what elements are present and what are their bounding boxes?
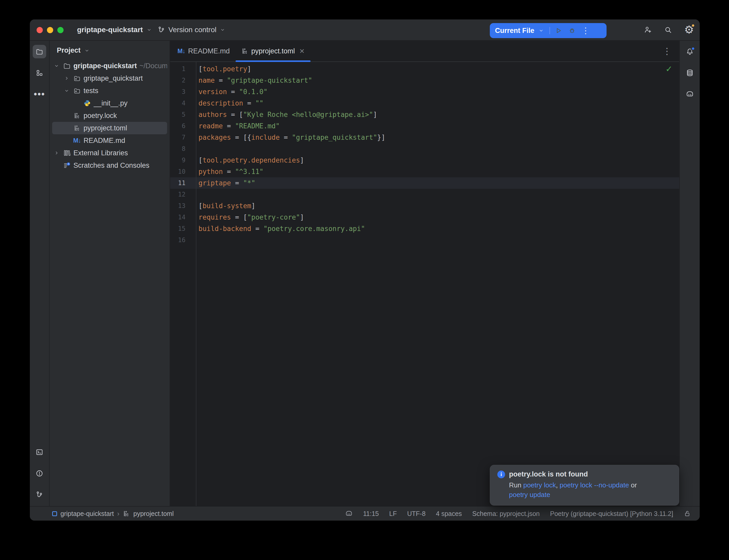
structure-tool-button[interactable]	[33, 66, 46, 80]
tree-item-scratches-and-consoles[interactable]: Scratches and Consoles	[52, 159, 167, 172]
code-line-9[interactable]: 9[tool.poetry.dependencies]	[170, 155, 679, 166]
tree-item-path: ~/Docume	[140, 62, 167, 70]
tab-options-button[interactable]: ⋮	[663, 46, 671, 56]
code-line-15[interactable]: 15build-backend = "poetry.core.masonry.a…	[170, 223, 679, 234]
code-line-6[interactable]: 6readme = "README.md"	[170, 120, 679, 132]
breadcrumb-item[interactable]: griptape-quickstart	[60, 510, 114, 517]
project-tool-button[interactable]	[33, 45, 46, 58]
code-token: "griptape-quickstart"	[227, 76, 312, 84]
tree-item-tests[interactable]: tests	[52, 85, 167, 97]
tree-item-external-libraries[interactable]: External Libraries	[52, 147, 167, 159]
tree-item-label: griptape-quickstart	[73, 62, 137, 70]
divider	[550, 27, 550, 34]
settings-button[interactable]: ⚙	[684, 24, 694, 35]
code-line-text: [build-system]	[196, 200, 255, 212]
database-tool-button[interactable]	[683, 66, 697, 80]
vcs-widget[interactable]: Version control	[157, 19, 226, 40]
md-icon: M↓	[177, 47, 185, 55]
code-token: ]	[300, 156, 304, 164]
code-token: =	[231, 179, 243, 187]
breadcrumb-item[interactable]: pyproject.toml	[133, 510, 174, 517]
inspections-ok-icon[interactable]: ✓	[665, 64, 672, 74]
tree-item-griptape-quickstart[interactable]: griptape-quickstart~/Docume	[52, 60, 167, 72]
code-line-16[interactable]: 16	[170, 234, 679, 246]
notification-body: Run poetry lock, poetry lock --no-update…	[497, 480, 672, 500]
chevron-down-icon[interactable]	[64, 88, 73, 94]
code-line-8[interactable]: 8	[170, 143, 679, 155]
code-line-3[interactable]: 3version = "0.1.0"	[170, 86, 679, 97]
chevron-down-icon[interactable]	[53, 63, 63, 69]
close-tab-icon[interactable]: ✕	[299, 47, 305, 55]
tree-item-readme-md[interactable]: M↓README.md	[52, 134, 167, 147]
chevron-right-icon[interactable]	[64, 75, 73, 81]
code-line-14[interactable]: 14requires = ["poetry-core"]	[170, 212, 679, 223]
more-tool-windows-button[interactable]: •••	[33, 87, 46, 101]
run-button[interactable]	[555, 27, 562, 34]
code-line-4[interactable]: 4description = ""	[170, 97, 679, 109]
notifications-button[interactable]	[683, 45, 697, 58]
tab-readme-md[interactable]: M↓README.md	[172, 41, 235, 61]
tree-item-griptape-quickstart[interactable]: griptape_quickstart	[52, 72, 167, 85]
notification-text: or	[629, 481, 637, 489]
tree-item-pyproject-toml[interactable]: pyproject.toml	[52, 122, 167, 134]
project-widget[interactable]: griptape-quickstart	[77, 19, 152, 40]
run-config-selector[interactable]: Current File	[495, 27, 535, 35]
code-line-text: version = "0.1.0"	[196, 86, 267, 97]
add-user-button[interactable]	[644, 26, 652, 34]
code-token: "^3.11"	[235, 168, 263, 176]
code-line-text: griptape = "*"	[196, 177, 255, 189]
code-line-1[interactable]: 1[tool.poetry]	[170, 63, 679, 75]
minimize-window-button[interactable]	[47, 27, 53, 33]
chevron-right-icon[interactable]	[53, 150, 63, 156]
notification-action-link[interactable]: poetry update	[509, 491, 550, 499]
copilot-icon[interactable]	[345, 510, 353, 517]
code-line-12[interactable]: 12	[170, 189, 679, 200]
project-panel-header[interactable]: Project	[50, 42, 170, 60]
version-control-tool-button[interactable]	[33, 488, 46, 501]
code-token: readme	[198, 122, 223, 130]
status-item[interactable]: 11:15	[363, 510, 379, 517]
problems-tool-button[interactable]	[33, 467, 46, 480]
code-line-2[interactable]: 2name = "griptape-quickstart"	[170, 75, 679, 86]
close-window-button[interactable]	[37, 27, 43, 33]
tree-item-label: griptape_quickstart	[83, 74, 143, 82]
status-item[interactable]: Poetry (griptape-quickstart) [Python 3.1…	[550, 510, 673, 517]
status-item[interactable]: 4 spaces	[436, 510, 462, 517]
zoom-window-button[interactable]	[57, 27, 64, 33]
debug-button[interactable]	[569, 27, 575, 34]
tree-item-poetry-lock[interactable]: poetry.lock	[52, 109, 167, 122]
code-line-10[interactable]: 10python = "^3.11"	[170, 166, 679, 177]
code-token: =	[231, 213, 243, 221]
code-token: tool.poetry	[203, 65, 247, 73]
code-line-5[interactable]: 5authors = ["Kyle Roche <hello@griptape.…	[170, 109, 679, 120]
tree-item--init-py[interactable]: __init__.py	[52, 97, 167, 109]
notification-action-link[interactable]: poetry lock --no-update	[560, 481, 629, 489]
status-item[interactable]: Schema: pyproject.json	[472, 510, 540, 517]
code-line-13[interactable]: 13[build-system]	[170, 200, 679, 212]
code-token: [	[198, 202, 203, 210]
line-number: 7	[170, 132, 196, 143]
blue-square-icon	[52, 511, 57, 516]
line-number: 14	[170, 212, 196, 223]
ai-assistant-tool-button[interactable]	[683, 87, 697, 101]
tab-pyproject-toml[interactable]: pyproject.toml✕	[235, 41, 310, 61]
run-widget[interactable]: Current File ⋮	[490, 23, 607, 38]
toml-icon	[123, 510, 130, 517]
folder-icon	[63, 62, 71, 70]
code-token: =	[223, 122, 235, 130]
code-line-7[interactable]: 7packages = [{include = "griptape_quicks…	[170, 132, 679, 143]
lock-icon[interactable]	[684, 510, 691, 517]
code-token: [	[243, 213, 247, 221]
code-editor[interactable]: ✓ 1[tool.poetry]2name = "griptape-quicks…	[170, 62, 679, 506]
code-line-11[interactable]: 11griptape = "*"	[170, 177, 679, 189]
status-item[interactable]: LF	[389, 510, 397, 517]
status-item[interactable]: UTF-8	[407, 510, 426, 517]
notification-action-link[interactable]: poetry lock	[523, 481, 556, 489]
search-everywhere-button[interactable]	[664, 26, 672, 34]
tree-item-label: __init__.py	[94, 99, 128, 107]
code-token: ]	[251, 202, 255, 210]
code-token: =	[280, 134, 292, 141]
code-token: include	[251, 134, 280, 141]
terminal-tool-button[interactable]	[33, 445, 46, 459]
more-run-options-button[interactable]: ⋮	[582, 26, 590, 35]
